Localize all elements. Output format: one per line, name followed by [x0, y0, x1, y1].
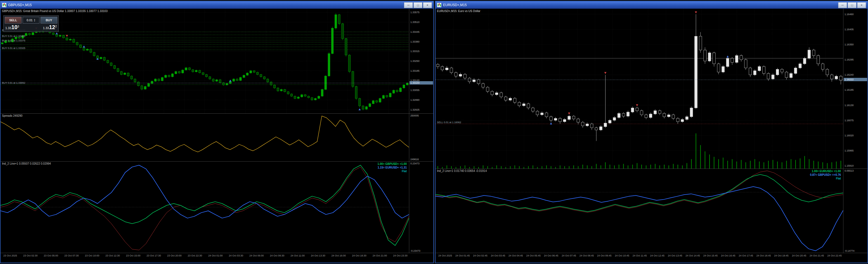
time-label: 24 Oct 19:45: [774, 254, 788, 257]
time-axis[interactable]: 23 Oct 202523 Oct 02:3023 Oct 05:0023 Oc…: [1, 253, 433, 263]
price-scale-label: 1.32925: [410, 108, 420, 111]
time-label: 24 Oct 08:30: [270, 254, 285, 257]
price-scale-label: 1.32990: [410, 99, 420, 101]
sell-trade-marker: [604, 72, 607, 74]
time-label: 24 Oct 08:45: [580, 254, 594, 257]
price-scale[interactable]: 1.335751.335101.334451.333801.333151.332…: [409, 9, 433, 113]
legend-line-2: 1.15= EURUSD+ =1.31: [377, 166, 407, 169]
grid-lines: [436, 9, 843, 168]
time-label: 24 Oct 10:45: [615, 254, 629, 257]
price-plot[interactable]: EURUSD+,M15: Euro vs US Dollar SELL 0.01…: [436, 9, 843, 168]
oscillator-svg: [1, 161, 409, 253]
spread-scale-bottom: 249616: [410, 158, 419, 161]
spread-scale[interactable]: 250005 249616: [409, 114, 433, 161]
time-label: 23 Oct 02:30: [23, 254, 38, 257]
indicator-label: Ind_2 Line+1 0.01740 0.03654 -0.01914: [437, 169, 487, 173]
order-label: BUY 0.01 at 1.33092: [2, 81, 25, 84]
time-label: 24 Oct 13:30: [311, 254, 326, 257]
order-label: BUY 0.01 at 1.33375: [2, 39, 25, 42]
close-button[interactable]: ×: [423, 2, 432, 8]
price-scale-label: 1.16405: [844, 28, 854, 31]
time-label: 24 Oct 03:45: [491, 254, 505, 257]
price-scale-label: 1.33185: [410, 70, 420, 72]
titlebar[interactable]: EURUSD+,M15 ─ □ ×: [436, 1, 867, 9]
buy-trade-marker: [83, 46, 85, 48]
buy-button[interactable]: BUY: [40, 17, 57, 24]
price-scale-label: 1.33380: [410, 40, 420, 43]
chart-window-eurusd[interactable]: EURUSD+,M15 ─ □ × EURUSD+,M15: Euro vs U…: [435, 1, 868, 263]
chart-window-gbpusd[interactable]: GBPUSD+,M15 ─ □ × GBPUSD+,M15: Great Bri…: [0, 1, 434, 263]
titlebar[interactable]: GBPUSD+,M15 ─ □ ×: [1, 1, 433, 9]
price-chart-pane: GBPUSD+,M15: Great Britain Pound vs US D…: [1, 9, 433, 113]
price-scale-label: 1.33575: [410, 11, 420, 14]
time-label: 23 Oct 17:30: [147, 254, 161, 257]
one-click-trade-widget: SELL 0.01 ▲▼ BUY 1.33103 1.33122: [3, 16, 59, 32]
blue-line: [436, 187, 843, 251]
price-scale-label: 1.33445: [410, 30, 420, 33]
app-chart-icon: [437, 3, 441, 7]
price-scale-label: 1.16020: [844, 134, 854, 137]
time-label: 24 Oct 14:45: [685, 254, 700, 257]
minimize-button[interactable]: ─: [838, 2, 847, 8]
order-label: BUY 0.01 at 1.33325: [2, 47, 25, 50]
lot-spinner-icons[interactable]: ▲▼: [34, 19, 35, 22]
time-label: 23 Oct 05:00: [44, 254, 58, 257]
price-scale-label: 1.16075: [844, 119, 854, 122]
sell-trade-marker: [568, 112, 570, 114]
sell-trade-marker: [695, 11, 697, 14]
time-label: 24 Oct 09:45: [597, 254, 612, 257]
oscillator-plot[interactable]: Ind_2 Line+1 0.01740 0.03654 -0.01914 1.…: [436, 169, 843, 253]
sell-trade-marker: [636, 104, 638, 106]
time-label: 24 Oct 11:45: [632, 254, 647, 257]
price-scale-label: 1.33315: [410, 50, 420, 53]
price-chart-pane: EURUSD+,M15: Euro vs US Dollar SELL 0.01…: [436, 9, 867, 168]
time-label: 24 Oct 20:45: [792, 254, 806, 257]
maximize-button[interactable]: □: [413, 2, 423, 8]
legend-line-2: 0.87= GBPUSD+ =+0.76: [810, 173, 841, 177]
buy-trade-marker: [550, 123, 552, 125]
lot-size-stepper[interactable]: 0.01 ▲▼: [23, 17, 39, 24]
legend-line-3: Flat: [377, 169, 407, 173]
oscillator-plot[interactable]: Ind_2 Line+1 0.05507 0.02622 0.02994 1.0…: [1, 161, 409, 253]
price-scale[interactable]: 1.164601.164051.163501.162951.162401.161…: [843, 9, 867, 168]
red-line: [436, 171, 843, 212]
time-label: 24 Oct 02:45: [473, 254, 488, 257]
chart-ohlc-header: GBPUSD+,M15: Great Britain Pound vs US D…: [2, 9, 107, 12]
indicator-legend: 1.00= GBPUSD+ =1.00 1.15= EURUSD+ =1.31 …: [377, 162, 407, 173]
chart-body: EURUSD+,M15: Euro vs US Dollar SELL 0.01…: [436, 9, 867, 263]
price-scale-label: 1.16350: [844, 43, 854, 46]
price-plot[interactable]: GBPUSD+,M15: Great Britain Pound vs US D…: [1, 9, 409, 113]
time-label: 24 Oct 04:45: [508, 254, 523, 257]
window-title: EURUSD+,M15: [443, 3, 467, 7]
spread-indicator-pane: Spreads 249290 250005 249616: [1, 113, 433, 161]
spread-plot[interactable]: Spreads 249290: [1, 114, 409, 161]
time-label: 24 Oct 2025: [438, 254, 452, 257]
time-label: 23 Oct 20:00: [167, 254, 182, 257]
time-label: 24 Oct 12:45: [650, 254, 665, 257]
oscillator-pane: Ind_2 Line+1 0.01740 0.03654 -0.01914 1.…: [436, 168, 867, 253]
chart-body: GBPUSD+,M15: Great Britain Pound vs US D…: [1, 9, 433, 263]
time-label: 23 Oct 10:00: [85, 254, 99, 257]
oscillator-scale[interactable]: 0.23473 -0.23473: [409, 161, 433, 253]
blue-line: [1, 165, 409, 218]
time-label: 23 Oct 12:30: [105, 254, 120, 257]
time-axis[interactable]: 24 Oct 202524 Oct 01:4524 Oct 02:4524 Oc…: [436, 253, 867, 263]
green-line: [1, 165, 409, 245]
candlestick-svg: [1, 9, 409, 113]
oscillator-scale-top: 0.05513: [844, 169, 854, 172]
time-label: 24 Oct 13:45: [668, 254, 682, 257]
time-label: 24 Oct 22:45: [827, 254, 842, 257]
spin-down-icon: ▼: [34, 20, 35, 22]
close-button[interactable]: ×: [857, 2, 866, 8]
time-label: 23 Oct 07:30: [64, 254, 79, 257]
current-price-badge: 1.16222: [844, 78, 867, 81]
oscillator-scale[interactable]: 0.05513 -0.14774: [843, 169, 867, 253]
sell-button[interactable]: SELL: [5, 17, 22, 24]
indicator-legend: 1.00= EURUSD+ =1.00 0.87= GBPUSD+ =+0.76…: [810, 169, 841, 180]
minimize-button[interactable]: ─: [404, 2, 413, 8]
maximize-button[interactable]: □: [847, 2, 857, 8]
grid-lines: [1, 9, 409, 113]
buy-trade-marker: [726, 55, 729, 57]
candlestick-svg: [436, 9, 843, 168]
time-label: 24 Oct 23:30: [393, 254, 408, 257]
